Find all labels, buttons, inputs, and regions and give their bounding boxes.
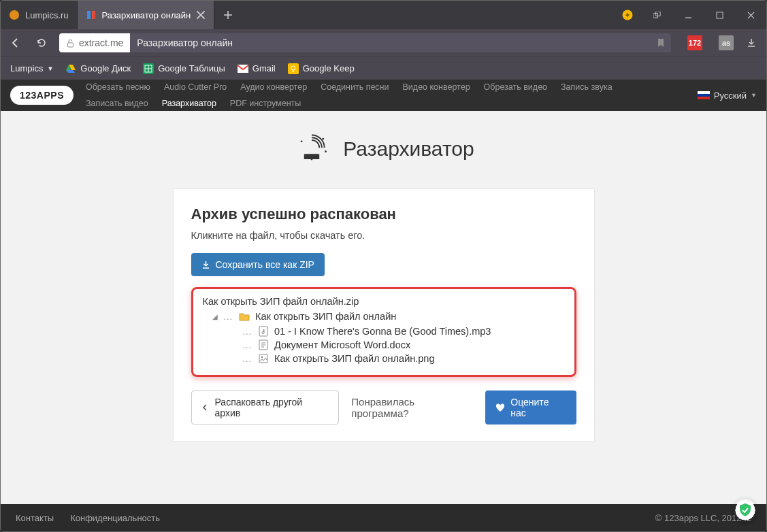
url-title: Разархиватор онлайн	[137, 37, 233, 48]
nav-cut-video[interactable]: Обрезать видео	[484, 80, 547, 94]
svg-point-18	[325, 150, 327, 152]
url-field[interactable]: extract.me Разархиватор онлайн	[59, 33, 671, 52]
folder-name: Как открыть ЗИП файл онлайн	[255, 311, 396, 322]
shield-badge-icon[interactable]	[734, 499, 757, 522]
nav-audio-cutter-pro[interactable]: Audio Cutter Pro	[164, 80, 227, 94]
chevron-down-icon: ▼	[751, 92, 757, 99]
url-host: extract.me	[79, 37, 123, 48]
svg-rect-11	[288, 63, 299, 74]
file-name: Документ Microsoft Word.docx	[274, 339, 410, 350]
result-panel: Архив успешно распакован Кликните на фай…	[173, 188, 595, 442]
back-icon[interactable]	[7, 35, 24, 51]
minimize-icon[interactable]	[672, 1, 704, 29]
file-tree: Как открыть ЗИП файл онлайн.zip ◢ … Как …	[191, 287, 576, 377]
nav-cut-song[interactable]: Обрезать песню	[86, 80, 150, 94]
file-row[interactable]: … Как открыть ЗИП файл онлайн.png	[242, 352, 565, 365]
nav-join-songs[interactable]: Соединить песни	[321, 80, 389, 94]
bolt-icon[interactable]	[614, 1, 641, 29]
hint-text: Кликните на файл, чтобы скачать его.	[191, 230, 576, 241]
site-nav: Обрезать песню Audio Cutter Pro Аудио ко…	[86, 80, 617, 110]
nav-pdf-tools[interactable]: PDF инструменты	[230, 97, 301, 110]
calendar-badge-icon[interactable]: 172	[687, 35, 702, 50]
tree-collapse-icon[interactable]: ◢	[212, 313, 218, 320]
save-all-zip-button[interactable]: Сохранить все как ZIP	[191, 253, 325, 276]
svg-point-16	[301, 140, 303, 142]
svg-rect-7	[68, 43, 74, 47]
svg-rect-13	[698, 91, 710, 94]
downloads-icon[interactable]	[743, 35, 760, 51]
nav-audio-converter[interactable]: Аудио конвертер	[240, 80, 307, 94]
gmail-icon	[238, 63, 248, 74]
site-favicon-icon	[9, 10, 20, 20]
browser-titlebar: Lumpics.ru Разархиватор онлайн	[1, 1, 766, 29]
maximize-icon[interactable]	[704, 1, 735, 29]
file-row[interactable]: … Документ Microsoft Word.docx	[242, 338, 565, 352]
doc-file-icon	[258, 339, 269, 350]
audio-file-icon	[258, 326, 269, 337]
file-row[interactable]: … 01 - I Know There's Gonna Be (Good Tim…	[242, 325, 565, 338]
footer-contacts[interactable]: Контакты	[16, 513, 54, 523]
heart-icon	[495, 403, 505, 412]
folder-row[interactable]: ◢ … Как открыть ЗИП файл онлайн	[212, 311, 565, 322]
flag-ru-icon	[698, 91, 710, 99]
tab-title: Lumpics.ru	[25, 10, 69, 20]
drive-icon	[65, 63, 76, 74]
tab-lumpics[interactable]: Lumpics.ru	[1, 1, 78, 29]
bookmark-keep[interactable]: Google Keep	[288, 63, 355, 74]
svg-point-22	[261, 356, 263, 359]
svg-point-0	[10, 10, 19, 20]
unpack-another-button[interactable]: Распаковать другой архив	[191, 390, 340, 425]
hero: Разархиватор	[173, 130, 595, 168]
rate-us-button[interactable]: Оцените нас	[485, 390, 576, 425]
tab-extract[interactable]: Разархиватор онлайн	[78, 1, 215, 29]
nav-record-video[interactable]: Записать видео	[86, 97, 148, 110]
hero-title: Разархиватор	[343, 137, 474, 161]
bookmark-gmail[interactable]: Gmail	[238, 63, 276, 74]
svg-rect-2	[92, 11, 95, 19]
new-tab-button[interactable]	[214, 1, 242, 29]
arrow-left-icon	[201, 403, 210, 412]
window-controls	[641, 1, 766, 29]
site-favicon-icon	[86, 10, 97, 20]
page-body: Разархиватор Архив успешно распакован Кл…	[1, 111, 766, 505]
bookmark-lumpics[interactable]: Lumpics▼	[10, 63, 53, 73]
site-footer: Контакты Конфиденциальность © 123apps LL…	[1, 504, 766, 531]
close-icon[interactable]	[196, 10, 206, 20]
folder-icon	[239, 312, 250, 321]
image-file-icon	[258, 353, 269, 364]
bookmarks-bar: Lumpics▼ Google Диск Google Таблицы Gmai…	[1, 56, 766, 80]
language-selector[interactable]: Русский ▼	[698, 90, 757, 101]
svg-rect-6	[716, 12, 722, 18]
file-name: 01 - I Know There's Gonna Be (Good Times…	[274, 326, 491, 337]
brand-logo[interactable]: 123APPS	[10, 86, 74, 105]
sheets-icon	[143, 63, 154, 74]
two-windows-icon[interactable]	[641, 1, 672, 29]
unarchiver-hero-icon	[293, 130, 331, 168]
file-name: Как открыть ЗИП файл онлайн.png	[274, 353, 434, 364]
footer-privacy[interactable]: Конфиденциальность	[70, 513, 160, 523]
lock-open-icon	[66, 39, 75, 48]
download-icon	[201, 261, 210, 269]
nav-video-converter[interactable]: Видео конвертер	[403, 80, 470, 94]
language-label: Русский	[714, 90, 747, 101]
tab-title: Разархиватор онлайн	[102, 10, 191, 20]
svg-rect-14	[698, 94, 710, 97]
archive-root-name: Как открыть ЗИП файл онлайн.zip	[203, 296, 565, 307]
nav-voice-recorder[interactable]: Запись звука	[561, 80, 613, 94]
success-title: Архив успешно распакован	[191, 205, 576, 223]
close-window-icon[interactable]	[735, 1, 766, 29]
svg-rect-1	[87, 11, 91, 19]
actions-row: Распаковать другой архив Понравилась про…	[191, 390, 576, 425]
chevron-down-icon: ▼	[47, 65, 53, 72]
keep-icon	[288, 63, 299, 74]
reload-icon[interactable]	[33, 35, 50, 51]
bookmark-sheets[interactable]: Google Таблицы	[143, 63, 225, 74]
svg-rect-15	[698, 97, 710, 99]
liked-text: Понравилась программа?	[351, 396, 473, 419]
lastfm-icon[interactable]: as	[719, 35, 734, 50]
svg-point-17	[323, 138, 325, 140]
bookmark-drive[interactable]: Google Диск	[65, 63, 131, 74]
nav-unarchiver[interactable]: Разархиватор	[162, 97, 216, 110]
site-header: 123APPS Обрезать песню Audio Cutter Pro …	[1, 80, 766, 111]
bookmark-icon[interactable]	[656, 38, 666, 48]
